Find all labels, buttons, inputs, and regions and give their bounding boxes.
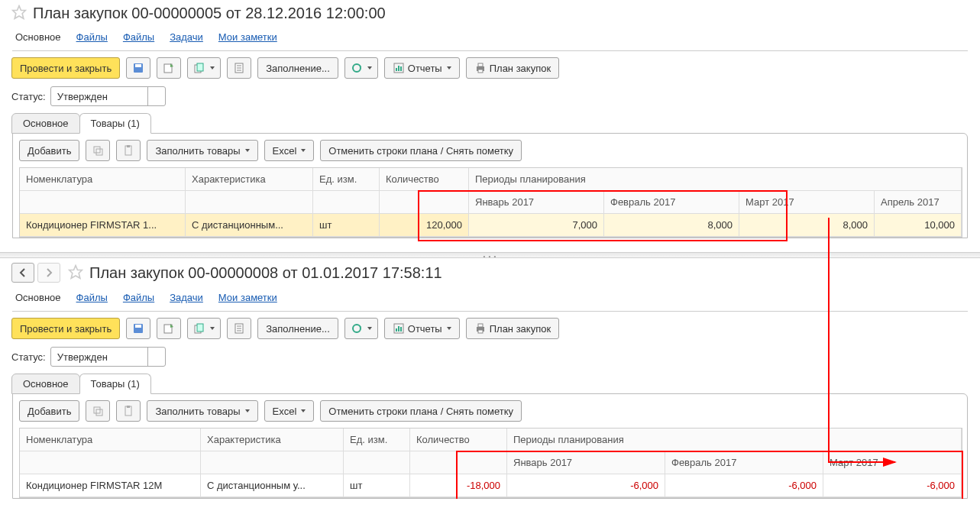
col-periods: Периоды планирования	[469, 168, 962, 191]
col-unit[interactable]: Ед. изм.	[344, 429, 410, 451]
copy-button[interactable]	[187, 318, 221, 339]
tab-goods[interactable]: Товары (1)	[79, 374, 151, 394]
back-button[interactable]	[11, 263, 34, 283]
col-apr[interactable]: Апрель 2017	[875, 191, 962, 214]
nav-files-2[interactable]: Файлы	[123, 31, 154, 43]
post-button[interactable]	[157, 57, 181, 79]
svg-rect-34	[396, 328, 397, 332]
copy-row-button[interactable]	[86, 400, 110, 422]
copy-button[interactable]	[187, 57, 221, 79]
cell-feb[interactable]: -6,000	[665, 474, 823, 497]
cell-apr[interactable]: 10,000	[875, 214, 962, 237]
cell-mar[interactable]: -6,000	[823, 474, 962, 497]
col-mar[interactable]: Март 2017	[823, 451, 962, 474]
cell-nom[interactable]: Кондиционер FIRMSTAR 12M	[20, 474, 201, 497]
splitter[interactable]: • • •	[0, 252, 980, 258]
cell-char[interactable]: С дистанционным...	[186, 214, 313, 237]
cell-feb[interactable]: 8,000	[604, 214, 739, 237]
cell-nom[interactable]: Кондиционер FIRMSTAR 1...	[20, 214, 186, 237]
nav-tasks[interactable]: Задачи	[170, 31, 203, 43]
fill-button[interactable]: Заполнение...	[257, 57, 338, 79]
reports-button[interactable]: Отчеты	[384, 318, 460, 339]
save-button[interactable]	[126, 318, 150, 339]
table-row: Кондиционер FIRMSTAR 12M С дистанционным…	[20, 474, 962, 497]
nav-files[interactable]: Файлы	[76, 31, 108, 43]
cell-unit[interactable]: шт	[344, 474, 410, 497]
forward-button[interactable]	[37, 263, 60, 283]
col-characteristic[interactable]: Характеристика	[186, 168, 313, 191]
col-jan[interactable]: Январь 2017	[469, 191, 604, 214]
fill-goods-button[interactable]: Заполнить товары	[147, 140, 257, 161]
tab-goods[interactable]: Товары (1)	[79, 113, 151, 134]
submit-close-button[interactable]: Провести и закрыть	[11, 57, 120, 79]
document-button[interactable]	[227, 318, 251, 339]
plan-top-panel: План закупок 00-00000005 от 28.12.2016 1…	[0, 0, 980, 238]
copy-row-button[interactable]	[86, 140, 110, 161]
submit-close-button[interactable]: Провести и закрыть	[11, 318, 120, 339]
status-select[interactable]: Утвержден	[50, 347, 166, 367]
svg-rect-2	[135, 64, 141, 67]
refresh-button[interactable]	[344, 318, 378, 339]
chevron-down-icon[interactable]	[147, 348, 165, 366]
plan-bottom-panel: План закупок 00-00000008 от 01.01.2017 1…	[0, 258, 980, 499]
col-nomenclature[interactable]: Номенклатура	[20, 429, 201, 451]
favorite-star-icon[interactable]	[68, 264, 83, 282]
paste-row-button[interactable]	[116, 400, 141, 422]
cell-jan[interactable]: 7,000	[469, 214, 604, 237]
cancel-rows-button[interactable]: Отменить строки плана / Снять пометку	[320, 140, 522, 161]
cell-unit[interactable]: шт	[313, 214, 380, 237]
svg-rect-43	[127, 406, 130, 408]
status-label: Статус:	[11, 351, 46, 363]
col-quantity[interactable]: Количество	[410, 429, 507, 451]
reports-button[interactable]: Отчеты	[384, 57, 460, 79]
cell-jan[interactable]: -6,000	[507, 474, 665, 497]
nav-main[interactable]: Основное	[15, 292, 61, 303]
status-value: Утвержден	[51, 91, 147, 102]
fill-goods-button[interactable]: Заполнить товары	[147, 400, 257, 422]
table-row: Кондиционер FIRMSTAR 1... С дистанционны…	[20, 214, 962, 237]
excel-button[interactable]: Excel	[264, 400, 315, 422]
cell-qty[interactable]: 120,000	[380, 214, 469, 237]
print-plan-button[interactable]: План закупок	[466, 318, 559, 339]
add-row-button[interactable]: Добавить	[19, 140, 79, 161]
cancel-rows-button[interactable]: Отменить строки плана / Снять пометку	[320, 400, 522, 422]
svg-rect-14	[400, 66, 402, 71]
col-feb[interactable]: Февраль 2017	[665, 451, 823, 474]
nav-files[interactable]: Файлы	[76, 292, 108, 303]
svg-rect-35	[398, 326, 399, 332]
fill-button[interactable]: Заполнение...	[257, 318, 338, 339]
svg-rect-39	[478, 330, 483, 333]
tab-main[interactable]: Основное	[11, 374, 80, 394]
col-feb[interactable]: Февраль 2017	[604, 191, 739, 214]
col-nomenclature[interactable]: Номенклатура	[20, 168, 186, 191]
svg-rect-24	[135, 325, 141, 328]
tab-main[interactable]: Основное	[11, 113, 80, 134]
favorite-star-icon[interactable]	[11, 5, 27, 22]
goods-table: Номенклатура Характеристика Ед. изм. Кол…	[19, 167, 962, 238]
col-quantity[interactable]: Количество	[380, 168, 469, 191]
cell-char[interactable]: С дистанционным у...	[201, 474, 344, 497]
add-row-button[interactable]: Добавить	[19, 400, 79, 422]
post-button[interactable]	[157, 318, 181, 339]
svg-rect-16	[478, 63, 483, 66]
excel-button[interactable]: Excel	[264, 140, 315, 161]
save-button[interactable]	[126, 57, 150, 79]
paste-row-button[interactable]	[116, 140, 141, 161]
refresh-button[interactable]	[344, 57, 378, 79]
nav-notes[interactable]: Мои заметки	[218, 292, 277, 303]
col-jan[interactable]: Январь 2017	[507, 451, 665, 474]
nav-main[interactable]: Основное	[15, 31, 61, 43]
document-button[interactable]	[227, 57, 251, 79]
cell-mar[interactable]: 8,000	[739, 214, 875, 237]
nav-notes[interactable]: Мои заметки	[218, 31, 277, 43]
nav-files-2[interactable]: Файлы	[123, 292, 154, 303]
chevron-down-icon[interactable]	[147, 87, 165, 105]
status-select[interactable]: Утвержден	[50, 86, 166, 106]
svg-point-10	[353, 64, 361, 72]
nav-tasks[interactable]: Задачи	[170, 292, 203, 303]
col-characteristic[interactable]: Характеристика	[201, 429, 344, 451]
print-plan-button[interactable]: План закупок	[466, 57, 559, 79]
cell-qty[interactable]: -18,000	[410, 474, 507, 497]
col-mar[interactable]: Март 2017	[739, 191, 875, 214]
col-unit[interactable]: Ед. изм.	[313, 168, 380, 191]
